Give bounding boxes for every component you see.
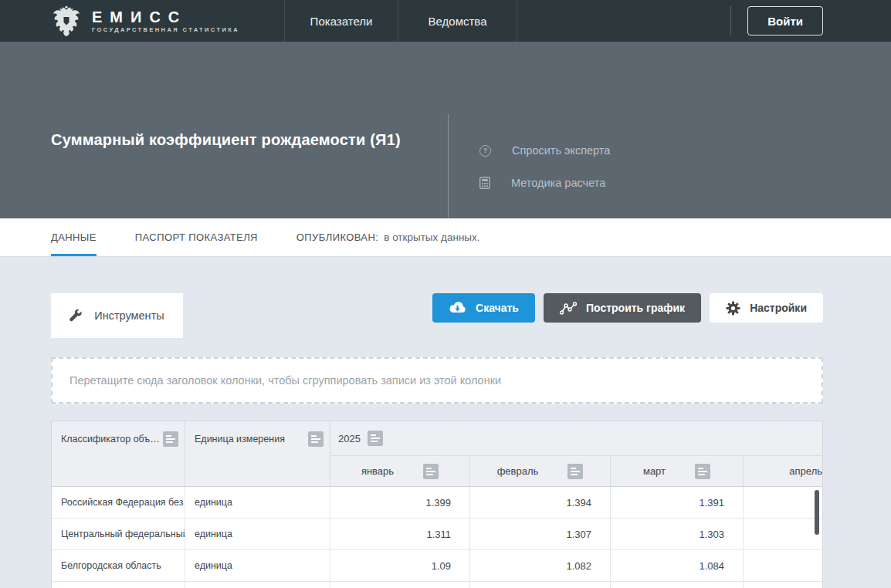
cell-value	[744, 487, 822, 518]
cell-classifier: Центральный федеральный...	[52, 519, 185, 549]
table-row: Российская Федерация без ... единица 1.3…	[52, 487, 822, 519]
header-divider	[448, 114, 449, 230]
tab-bar: ДАННЫЕ ПАСПОРТ ПОКАЗАТЕЛЯ ОПУБЛИКОВАН: в…	[0, 218, 891, 256]
calculator-icon	[479, 177, 490, 189]
login-divider	[730, 6, 731, 35]
cell-classifier: Российская Федерация без ...	[52, 487, 185, 518]
wrench-icon	[69, 309, 83, 323]
cell-value: 1.391	[611, 487, 744, 518]
vertical-scrollbar[interactable]	[815, 490, 819, 535]
line-chart-icon	[560, 302, 577, 315]
column-header-month-march[interactable]: март	[611, 456, 744, 486]
column-header-year-label: 2025	[338, 433, 361, 444]
column-header-classifier[interactable]: Классификатор объект...	[52, 421, 185, 486]
login-area: Войти	[730, 0, 823, 42]
nav-item-indicators[interactable]: Показатели	[284, 0, 398, 42]
column-header-month-february[interactable]: февраль	[470, 456, 611, 486]
nav-item-agencies[interactable]: Ведомства	[398, 0, 517, 42]
cloud-download-icon	[449, 302, 466, 314]
cell-value: 1.084	[611, 550, 744, 581]
column-header-month-january[interactable]: январь	[330, 456, 470, 486]
tab-data[interactable]: ДАННЫЕ	[51, 218, 97, 256]
published-status: ОПУБЛИКОВАН: в открытых данных.	[296, 218, 480, 256]
brand-subtitle: ГОСУДАРСТВЕННАЯ СТАТИСТИКА	[92, 27, 239, 33]
table-row-partial	[52, 582, 822, 588]
cell-unit: единица	[185, 550, 330, 581]
column-menu-icon[interactable]	[567, 464, 583, 479]
published-label: ОПУБЛИКОВАН:	[296, 231, 378, 243]
column-menu-icon[interactable]	[423, 464, 439, 479]
month-label: январь	[361, 465, 394, 477]
page-title: Суммарный коэффициент рождаемости (Я1)	[51, 131, 401, 149]
cell-value: 1.311	[330, 519, 470, 549]
question-circle-icon	[479, 145, 491, 157]
main-nav: Показатели Ведомства	[284, 0, 517, 42]
build-chart-button[interactable]: Построить график	[544, 293, 701, 323]
month-label: март	[643, 465, 666, 477]
column-menu-icon[interactable]	[695, 464, 710, 479]
month-label: февраль	[497, 465, 539, 477]
tools-button[interactable]: Инструменты	[51, 293, 183, 338]
column-header-classifier-label: Классификатор объект...	[61, 431, 163, 444]
column-header-year[interactable]: 2025	[330, 421, 822, 456]
month-label: апрель	[789, 465, 822, 477]
download-label: Скачать	[476, 302, 519, 314]
year-column-group: 2025 январь февраль март	[330, 421, 822, 486]
column-menu-icon[interactable]	[163, 431, 178, 447]
settings-button[interactable]: Настройки	[710, 293, 823, 323]
cell-value: 1.394	[470, 487, 611, 518]
column-menu-icon[interactable]	[368, 431, 383, 446]
cell-value	[744, 519, 822, 549]
methodology-label: Методика расчета	[511, 177, 605, 189]
cell-value: 1.399	[330, 487, 470, 518]
content-area: Инструменты Скачать	[0, 256, 891, 588]
cell-value: 1.307	[470, 519, 611, 549]
action-buttons: Скачать Построить график	[432, 293, 823, 323]
table-row: Центральный федеральный... единица 1.311…	[52, 519, 822, 550]
ask-expert-link[interactable]: Спросить эксперта	[479, 144, 610, 157]
column-header-month-april[interactable]: апрель	[744, 456, 822, 486]
cell-value: 1.082	[470, 550, 611, 581]
toolbar: Инструменты Скачать	[51, 293, 823, 338]
cell-value	[744, 550, 822, 581]
tools-label: Инструменты	[94, 309, 164, 322]
brand-name: ЕМИСС	[92, 9, 239, 25]
build-chart-label: Построить график	[586, 302, 685, 314]
column-header-unit[interactable]: Единица измерения	[185, 421, 330, 486]
cell-classifier: Белгородская область	[52, 550, 185, 581]
download-button[interactable]: Скачать	[432, 293, 535, 323]
column-header-unit-label: Единица измерения	[195, 431, 285, 444]
page-header: Суммарный коэффициент рождаемости (Я1) С…	[0, 42, 891, 218]
table-row: Белгородская область единица 1.09 1.082 …	[52, 550, 822, 582]
published-link[interactable]: в открытых данных.	[384, 231, 479, 243]
gear-icon	[726, 301, 740, 316]
month-headers: январь февраль март апрель	[330, 456, 822, 486]
grid-header: Классификатор объект... Единица измерени…	[52, 421, 822, 487]
cell-value: 1.303	[611, 519, 744, 549]
tab-passport[interactable]: ПАСПОРТ ПОКАЗАТЕЛЯ	[135, 218, 258, 256]
site-logo[interactable]: ЕМИСС ГОСУДАРСТВЕННАЯ СТАТИСТИКА	[51, 0, 239, 42]
ask-expert-label: Спросить эксперта	[512, 144, 610, 157]
login-button[interactable]: Войти	[747, 6, 823, 35]
column-menu-icon[interactable]	[308, 431, 324, 447]
header-links: Спросить эксперта Методика расчета	[479, 144, 610, 209]
top-navigation-bar: ЕМИСС ГОСУДАРСТВЕННАЯ СТАТИСТИКА Показат…	[0, 0, 891, 42]
group-drop-zone[interactable]: Перетащите сюда заголовок колонки, чтобы…	[51, 357, 823, 404]
cell-unit: единица	[185, 519, 330, 549]
data-grid: Классификатор объект... Единица измерени…	[51, 421, 823, 588]
cell-unit: единица	[185, 487, 330, 518]
settings-label: Настройки	[750, 302, 807, 314]
methodology-link[interactable]: Методика расчета	[479, 177, 610, 189]
group-drop-hint: Перетащите сюда заголовок колонки, чтобы…	[69, 374, 501, 387]
cell-value: 1.09	[330, 550, 470, 581]
coat-of-arms-icon	[51, 5, 82, 37]
